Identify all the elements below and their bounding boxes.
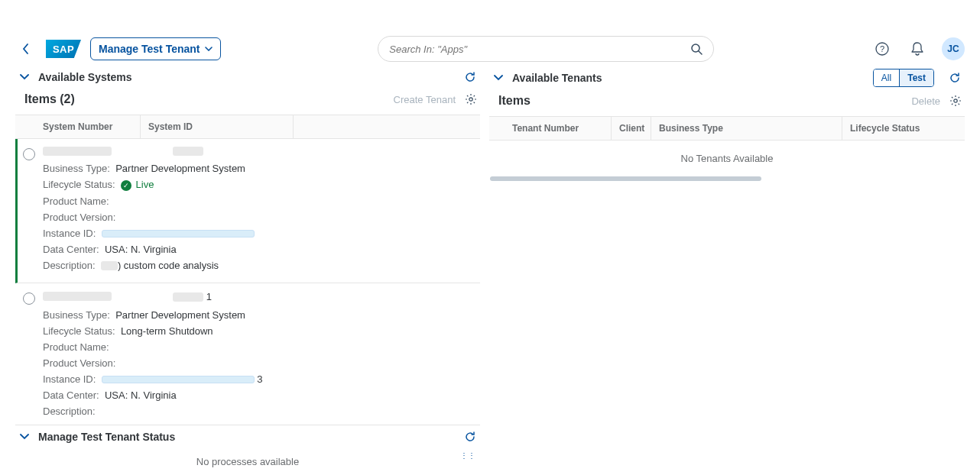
status-title: Manage Test Tenant Status — [38, 431, 175, 443]
collapse-systems-button[interactable] — [17, 69, 32, 85]
chevron-down-icon — [205, 47, 213, 51]
col-lifecycle-status: Lifecycle Status — [842, 117, 965, 140]
systems-toolbar: Items (2) Create Tenant — [15, 89, 480, 115]
col-system-id: System ID — [141, 115, 294, 138]
search-icon — [690, 43, 703, 55]
col-business-type: Business Type — [651, 117, 842, 140]
filter-test[interactable]: Test — [899, 69, 933, 86]
panel-title: Available Systems — [38, 71, 131, 83]
resize-handle[interactable]: ⋮⋮ — [460, 451, 475, 460]
svg-text:?: ? — [880, 44, 884, 53]
collapse-status-button[interactable] — [17, 429, 32, 444]
svg-point-4 — [469, 98, 472, 101]
search-input[interactable] — [389, 44, 684, 55]
help-button[interactable]: ? — [871, 38, 893, 60]
tenants-items-title: Items — [498, 94, 531, 108]
system-row[interactable]: Business Type: Partner Development Syste… — [15, 139, 480, 283]
tenants-table-header: Tenant Number Client Business Type Lifec… — [489, 116, 965, 141]
status-panel-header: Manage Test Tenant Status — [15, 425, 480, 448]
select-system-radio[interactable] — [23, 148, 35, 160]
search-field[interactable] — [378, 36, 714, 62]
tenants-toolbar: Items Delete — [489, 90, 965, 116]
available-systems-header: Available Systems — [15, 66, 480, 89]
col-system-number: System Number — [35, 115, 141, 138]
app-title: Manage Test Tenant — [99, 43, 200, 55]
col-client: Client — [612, 117, 651, 140]
horizontal-scrollbar[interactable] — [490, 176, 761, 181]
tenants-title: Available Tenants — [512, 72, 602, 84]
sap-logo: SAP — [46, 40, 81, 58]
svg-point-5 — [954, 99, 957, 102]
no-processes-text: No processes available — [15, 448, 480, 475]
shell-header: SAP Manage Test Tenant ? JC — [0, 32, 980, 66]
available-tenants-header: Available Tenants All Test — [489, 66, 965, 90]
refresh-status-button[interactable] — [462, 428, 479, 445]
collapse-tenants-button[interactable] — [491, 70, 506, 86]
user-avatar[interactable]: JC — [942, 37, 965, 60]
system-row[interactable]: 1 Business Type: Partner Development Sys… — [15, 283, 480, 425]
filter-all[interactable]: All — [874, 69, 899, 86]
systems-settings-button[interactable] — [463, 92, 479, 107]
tenants-settings-button[interactable] — [948, 93, 963, 108]
no-tenants-text: No Tenants Available — [489, 141, 965, 176]
refresh-systems-button[interactable] — [462, 69, 479, 86]
delete-tenant-button[interactable]: Delete — [911, 95, 940, 107]
notifications-button[interactable] — [907, 38, 928, 60]
tenant-filter-segmented: All Test — [873, 69, 934, 87]
systems-table-header: System Number System ID — [15, 115, 480, 139]
svg-line-1 — [699, 51, 702, 54]
select-system-radio[interactable] — [23, 292, 35, 305]
col-tenant-number: Tenant Number — [505, 117, 612, 140]
app-title-dropdown[interactable]: Manage Test Tenant — [90, 37, 221, 60]
back-button[interactable] — [15, 38, 37, 60]
create-tenant-button[interactable]: Create Tenant — [394, 94, 456, 105]
refresh-tenants-button[interactable] — [946, 69, 963, 86]
items-count: Items (2) — [24, 92, 75, 106]
checkmark-icon: ✓ — [121, 180, 131, 191]
